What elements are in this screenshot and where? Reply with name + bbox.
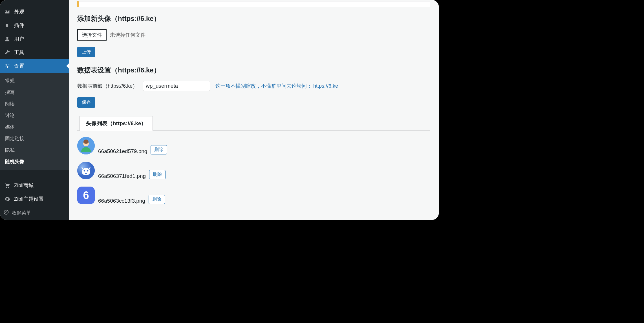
settings-icon (3, 62, 11, 70)
appearance-icon (3, 8, 11, 16)
svg-text:6: 6 (83, 189, 89, 201)
delete-button[interactable]: 删除 (151, 145, 167, 154)
sidebar-item-plugins[interactable]: 插件 (0, 19, 69, 32)
submenu-random-avatar[interactable]: 随机头像 (0, 156, 69, 167)
svg-point-11 (84, 170, 85, 172)
choose-file-button[interactable]: 选择文件 (77, 29, 107, 41)
submenu-writing[interactable]: 撰写 (0, 87, 69, 98)
svg-rect-2 (6, 64, 7, 66)
svg-point-5 (8, 187, 9, 188)
sidebar-label: Zibll商城 (14, 182, 34, 189)
sidebar-item-zibll-shop[interactable]: Zibll商城 (0, 179, 69, 192)
table-heading: 数据表设置（https://6.ke） (77, 66, 430, 75)
hint-link[interactable]: https://6.ke (313, 83, 338, 89)
svg-point-10 (82, 168, 90, 175)
avatar-filename: 66a50621ed579.png (98, 148, 147, 154)
sidebar-item-appearance[interactable]: 外观 (0, 5, 69, 19)
avatar-row: 6 66a5063cc13f3.png 删除 (77, 187, 430, 204)
submenu-privacy[interactable]: 隐私 (0, 144, 69, 156)
sidebar-item-users[interactable]: 用户 (0, 32, 69, 46)
app-frame: 外观 插件 用户 工具 设置 常规 撰写 (0, 0, 439, 220)
submenu-discussion[interactable]: 讨论 (0, 110, 69, 121)
table-prefix-input[interactable] (143, 81, 210, 91)
avatar-image (77, 162, 95, 179)
avatar-image (77, 137, 95, 154)
tab-bar: 头像列表（https://6.ke） (77, 116, 430, 131)
users-icon (3, 35, 11, 43)
avatar-row: 66a506371fed1.png 删除 (77, 162, 430, 179)
sidebar-label: 设置 (14, 63, 24, 69)
tools-icon (3, 48, 11, 56)
collapse-icon (3, 209, 9, 216)
submenu-general[interactable]: 常规 (0, 75, 69, 87)
plugins-icon (3, 21, 11, 29)
submenu-media[interactable]: 媒体 (0, 121, 69, 133)
avatar-image: 6 (77, 187, 95, 204)
settings-submenu: 常规 撰写 阅读 讨论 媒体 固定链接 隐私 随机头像 (0, 73, 69, 170)
sidebar-label: 外观 (14, 8, 24, 15)
file-chooser-row: 选择文件 未选择任何文件 (77, 29, 430, 41)
avatar-row: 66a50621ed579.png 删除 (77, 137, 430, 154)
collapse-menu[interactable]: 收起菜单 (0, 206, 69, 220)
svg-rect-3 (7, 66, 8, 68)
submenu-reading[interactable]: 阅读 (0, 98, 69, 110)
sidebar-item-zibll-theme[interactable]: Zibll主题设置 (0, 192, 69, 206)
svg-point-0 (6, 10, 7, 11)
sidebar-label: 工具 (14, 49, 24, 56)
sidebar-item-settings[interactable]: 设置 (0, 59, 69, 73)
save-button[interactable]: 保存 (77, 97, 95, 108)
delete-button[interactable]: 删除 (149, 170, 166, 179)
sidebar-label: 插件 (14, 22, 24, 29)
submenu-permalink[interactable]: 固定链接 (0, 133, 69, 144)
svg-point-12 (87, 170, 89, 172)
main-content: 添加新头像（https://6.ke） 选择文件 未选择任何文件 上传 数据表设… (69, 0, 439, 220)
sidebar-bottom: Zibll商城 Zibll主题设置 收起菜单 (0, 179, 69, 220)
cart-icon (3, 182, 11, 189)
table-prefix-hint: 这一项不懂别瞎改，不懂群里问去论坛问： https://6.ke (215, 83, 338, 89)
collapse-label: 收起菜单 (12, 210, 31, 216)
upload-heading: 添加新头像（https://6.ke） (77, 14, 430, 23)
notice-banner (77, 1, 430, 7)
gear-icon (3, 195, 11, 203)
table-prefix-label: 数据表前缀（https://6.ke） (77, 83, 138, 89)
admin-sidebar: 外观 插件 用户 工具 设置 常规 撰写 (0, 0, 69, 220)
sidebar-label: Zibll主题设置 (14, 196, 44, 202)
avatar-filename: 66a506371fed1.png (98, 173, 146, 179)
sidebar-label: 用户 (14, 36, 24, 42)
svg-point-4 (6, 187, 7, 188)
file-status: 未选择任何文件 (110, 32, 145, 38)
avatar-list: 66a50621ed579.png 删除 66a506371fed1.png 删… (77, 137, 430, 204)
svg-point-1 (6, 37, 8, 39)
table-prefix-row: 数据表前缀（https://6.ke） 这一项不懂别瞎改，不懂群里问去论坛问： … (77, 81, 430, 91)
sidebar-item-tools[interactable]: 工具 (0, 46, 69, 59)
tab-avatar-list[interactable]: 头像列表（https://6.ke） (80, 116, 153, 131)
delete-button[interactable]: 删除 (149, 195, 165, 204)
hint-text: 这一项不懂别瞎改，不懂群里问去论坛问： (215, 83, 312, 89)
upload-button[interactable]: 上传 (77, 47, 95, 57)
svg-point-6 (4, 210, 8, 214)
avatar-filename: 66a5063cc13f3.png (98, 198, 145, 204)
